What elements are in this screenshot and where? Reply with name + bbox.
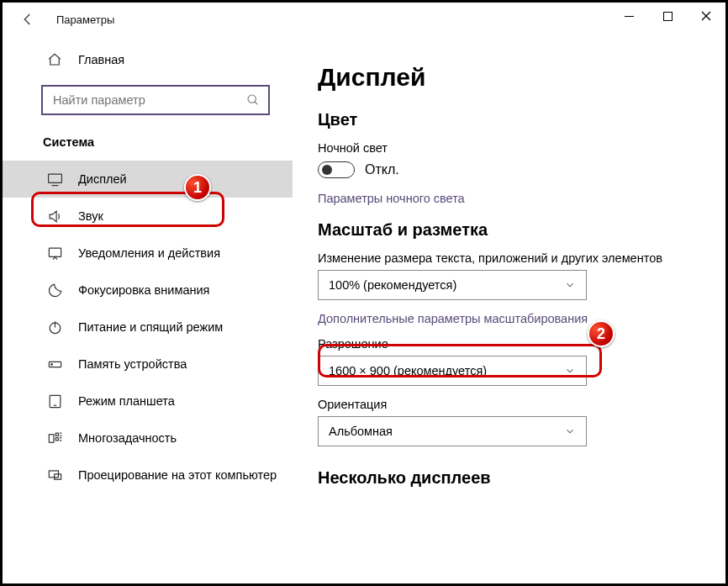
night-light-label: Ночной свет (318, 141, 700, 155)
home-icon (46, 51, 63, 68)
sidebar-home-label: Главная (78, 53, 124, 66)
scale-value: 100% (рекомендуется) (329, 278, 456, 292)
resolution-select[interactable]: 1600 × 900 (рекомендуется) (318, 356, 587, 386)
svg-point-4 (248, 95, 256, 103)
projection-icon (46, 467, 63, 483)
focus-icon (46, 282, 63, 298)
minimize-button[interactable] (609, 3, 648, 29)
search-input[interactable] (51, 92, 246, 108)
sidebar-item-label: Дисплей (78, 172, 127, 186)
svg-rect-16 (55, 433, 58, 436)
svg-rect-23 (54, 473, 61, 478)
orientation-select[interactable]: Альбомная (318, 416, 587, 446)
search-icon (246, 93, 260, 107)
section-scale: Масштаб и разметка (318, 220, 700, 240)
svg-point-12 (50, 363, 52, 365)
sidebar-item-label: Проецирование на этот компьютер (78, 468, 277, 482)
sidebar-item-sound[interactable]: Звук (3, 198, 293, 235)
sidebar-item-label: Фокусировка внимания (78, 283, 209, 297)
annotation-badge-2: 2 (588, 320, 615, 347)
search-input-wrap[interactable] (41, 85, 270, 115)
scale-select[interactable]: 100% (рекомендуется) (318, 270, 587, 300)
advanced-scaling-link[interactable]: Дополнительные параметры масштабирования (318, 312, 700, 325)
annotation-badge-1: 1 (184, 174, 211, 201)
toggle-state-text: Откл. (365, 162, 399, 177)
sidebar-item-power[interactable]: Питание и спящий режим (3, 309, 293, 346)
sidebar-item-notifications[interactable]: Уведомления и действия (3, 235, 293, 272)
close-button[interactable] (687, 3, 725, 29)
orientation-value: Альбомная (329, 425, 393, 438)
tablet-icon (46, 393, 63, 409)
notification-icon (46, 245, 63, 261)
sidebar-item-projection[interactable]: Проецирование на этот компьютер (3, 457, 293, 494)
content-area: Дисплей Цвет Ночной свет Откл. Параметры… (293, 36, 725, 583)
titlebar: Параметры (3, 3, 725, 36)
display-icon (46, 171, 63, 187)
page-title: Дисплей (318, 63, 700, 92)
section-multidisplay: Несколько дисплеев (318, 468, 700, 488)
svg-rect-15 (49, 434, 54, 442)
scale-label: Изменение размера текста, приложений и д… (318, 251, 700, 265)
maximize-button[interactable] (648, 3, 687, 29)
sidebar-item-storage[interactable]: Память устройства (3, 346, 293, 383)
sidebar-home[interactable]: Главная (3, 45, 293, 75)
sound-icon (46, 208, 63, 224)
night-light-toggle[interactable] (318, 161, 355, 178)
night-light-link[interactable]: Параметры ночного света (318, 192, 700, 205)
sidebar-item-label: Многозадачность (78, 431, 177, 445)
sidebar-item-label: Звук (78, 209, 103, 223)
sidebar-item-display[interactable]: Дисплей (3, 161, 293, 198)
svg-rect-6 (48, 174, 61, 182)
svg-line-5 (255, 102, 257, 104)
svg-rect-1 (663, 12, 672, 20)
section-color: Цвет (318, 110, 700, 129)
chevron-down-icon (564, 425, 576, 437)
resolution-label: Разрешение (318, 337, 700, 351)
chevron-down-icon (564, 279, 576, 291)
sidebar-item-label: Питание и спящий режим (78, 320, 223, 334)
chevron-down-icon (564, 365, 576, 377)
svg-rect-17 (55, 437, 58, 440)
sidebar-item-focus[interactable]: Фокусировка внимания (3, 272, 293, 309)
sidebar-item-label: Память устройства (78, 357, 187, 371)
sidebar-item-multitask[interactable]: Многозадачность (3, 420, 293, 457)
svg-rect-8 (49, 248, 61, 256)
orientation-label: Ориентация (318, 398, 700, 411)
sidebar-group-title: Система (3, 130, 293, 161)
sidebar: Главная Система Дисплей (3, 36, 293, 583)
resolution-value: 1600 × 900 (рекомендуется) (329, 364, 487, 377)
back-button[interactable] (18, 9, 38, 29)
power-icon (46, 319, 63, 335)
sidebar-item-label: Режим планшета (78, 394, 175, 408)
window-title: Параметры (56, 13, 114, 26)
sidebar-item-tablet[interactable]: Режим планшета (3, 383, 293, 420)
storage-icon (46, 356, 63, 372)
multitask-icon (46, 430, 63, 446)
sidebar-item-label: Уведомления и действия (78, 246, 220, 260)
